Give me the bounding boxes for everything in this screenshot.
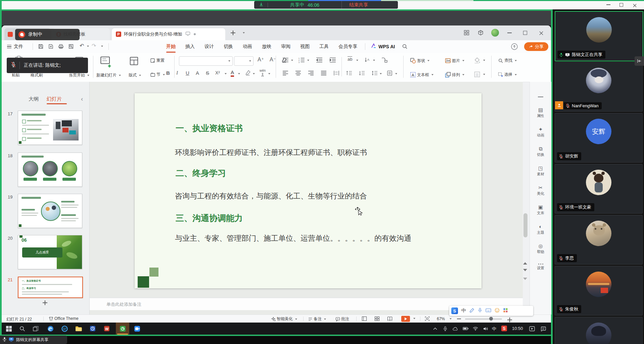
- line-spacing-down-icon[interactable]: [359, 70, 365, 77]
- bold-button[interactable]: B: [166, 70, 170, 75]
- frame-icon[interactable]: [474, 71, 480, 79]
- text-direction-chevron-icon[interactable]: [373, 60, 375, 61]
- bullets-chevron-icon[interactable]: [291, 60, 293, 61]
- increase-font-button[interactable]: A⁺: [258, 57, 264, 62]
- sogou-logo-icon[interactable]: S: [451, 307, 458, 314]
- browser-icon[interactable]: [60, 323, 69, 335]
- superscript-button[interactable]: X²: [215, 70, 220, 75]
- participant-tile-partial[interactable]: [555, 317, 643, 344]
- ime-pen-icon[interactable]: [469, 308, 474, 314]
- undo-icon[interactable]: ↶: [80, 43, 84, 49]
- tray-video-icon[interactable]: [527, 323, 536, 335]
- tab-list-chevron-icon[interactable]: [243, 32, 245, 34]
- sidebar-help[interactable]: ◎帮助: [530, 243, 551, 254]
- section-button[interactable]: 节: [150, 72, 165, 77]
- participant-tile[interactable]: 安辉 胡安辉: [555, 113, 643, 163]
- tab-presentation-active[interactable]: P 环保行业职业分类与介绍-增加: [112, 28, 225, 40]
- wps-minimize-button[interactable]: [507, 33, 512, 33]
- zoom-out-button[interactable]: [457, 319, 461, 319]
- select-button[interactable]: 选择: [498, 72, 517, 77]
- sidebar-collapse-icon[interactable]: [538, 97, 543, 97]
- participant-tile[interactable]: NanFengWan: [555, 62, 643, 112]
- wps-presentation-active-icon[interactable]: [118, 323, 127, 335]
- integration-icon[interactable]: [478, 30, 484, 37]
- taskbar-search-icon[interactable]: [18, 323, 27, 335]
- stop-sharing-button[interactable]: 结束共享: [349, 2, 368, 8]
- decrease-indent-icon[interactable]: [316, 57, 323, 64]
- strikethrough-button[interactable]: S: [206, 70, 209, 75]
- paragraph-settings-chevron-icon[interactable]: [395, 73, 397, 74]
- zoom-slider-track[interactable]: [465, 319, 502, 320]
- italic-button[interactable]: I: [176, 70, 178, 75]
- zoom-level[interactable]: 67%: [437, 317, 445, 321]
- zoom-chevron-icon[interactable]: [450, 318, 452, 320]
- wps-ai-button[interactable]: WPS AI: [371, 40, 395, 53]
- char-distribute-button[interactable]: ab: [348, 56, 352, 62]
- font-size-select[interactable]: [234, 56, 254, 66]
- participant-tile[interactable]: 环境一班文豪: [555, 164, 643, 214]
- sidebar-transition[interactable]: ⧉切换: [530, 146, 551, 157]
- tray-battery-icon[interactable]: [461, 323, 470, 335]
- menu-review[interactable]: 审阅: [280, 44, 291, 50]
- add-slide-button[interactable]: [43, 300, 49, 306]
- menu-home[interactable]: 开始: [166, 44, 176, 50]
- ime-emoji-icon[interactable]: [495, 308, 500, 314]
- slideshow-play-button[interactable]: [401, 316, 410, 322]
- next-slide-button[interactable]: [523, 269, 527, 271]
- taskbar-clock[interactable]: 10:50: [512, 326, 523, 331]
- ime-toolbox-icon[interactable]: [503, 308, 508, 314]
- line-spacing-icon[interactable]: [372, 70, 378, 77]
- play-from-current-button[interactable]: 当页开始: [69, 72, 89, 78]
- tray-expand-icon[interactable]: [431, 323, 440, 335]
- justify-icon[interactable]: [321, 70, 327, 77]
- layout-icon[interactable]: [129, 56, 139, 67]
- comments-button[interactable]: 批注: [335, 316, 349, 322]
- quickbar-chevron-icon[interactable]: [101, 46, 103, 47]
- align-left-icon[interactable]: [282, 70, 288, 77]
- pinyin-guide-button[interactable]: wén: [260, 69, 266, 77]
- slide-thumbnail-18[interactable]: [18, 153, 82, 187]
- line-spacing-up-icon[interactable]: [346, 70, 352, 77]
- wps-close-button[interactable]: [539, 31, 543, 37]
- reset-button[interactable]: 重置: [150, 58, 165, 63]
- text-direction-icon[interactable]: A: [364, 57, 371, 64]
- align-right-icon[interactable]: [308, 70, 314, 77]
- frame-chevron-icon[interactable]: [483, 74, 485, 75]
- paste-label[interactable]: 粘贴: [12, 72, 20, 78]
- monitor-icon[interactable]: [185, 31, 190, 37]
- task-view-icon[interactable]: [31, 323, 40, 335]
- sidebar-animation[interactable]: ✦动画: [530, 127, 551, 138]
- picture-button[interactable]: 图片: [445, 58, 464, 64]
- tray-onedrive-icon[interactable]: [451, 323, 460, 335]
- participant-tile[interactable]: 朱俊秋: [555, 266, 643, 316]
- font-name-select[interactable]: [179, 56, 233, 66]
- menu-tools[interactable]: 工具: [319, 44, 329, 50]
- canvas-scrollbar-thumb[interactable]: [523, 213, 527, 237]
- menu-transition[interactable]: 切换: [223, 44, 234, 50]
- find-button[interactable]: 查找: [498, 58, 517, 63]
- tray-ime-indicator[interactable]: 中: [492, 326, 496, 332]
- convert-smartart-icon[interactable]: [381, 57, 388, 64]
- arrange-button[interactable]: 排列: [445, 72, 464, 78]
- menu-design[interactable]: 设计: [204, 44, 215, 50]
- char-distribute-chevron-icon[interactable]: [356, 60, 358, 61]
- menu-member[interactable]: 会员专享: [338, 44, 358, 50]
- slide-canvas[interactable]: 一、执业资格证书 环境影响评价工程师证书、注册环保工程师证书、职称证书 二、终身…: [135, 93, 481, 288]
- play-chevron-icon[interactable]: [413, 318, 415, 319]
- tray-mic-icon[interactable]: [441, 323, 450, 335]
- increase-indent-icon[interactable]: [329, 57, 336, 64]
- fit-slide-icon[interactable]: [425, 316, 430, 323]
- sidebar-assets[interactable]: ◳素材: [530, 166, 551, 177]
- numbering-icon[interactable]: 123: [298, 57, 305, 64]
- notes-button[interactable]: 备注: [308, 316, 326, 322]
- smart-beautify-button[interactable]: 智能美化: [271, 316, 297, 322]
- meeting-minimize-button[interactable]: [606, 4, 610, 5]
- tray-wifi-icon[interactable]: [471, 323, 480, 335]
- download-icon[interactable]: [259, 2, 264, 8]
- tab-outline[interactable]: 大纲: [29, 96, 39, 102]
- new-tab-button[interactable]: [231, 31, 235, 35]
- meeting-close-button[interactable]: [633, 3, 637, 9]
- fill-chevron-icon[interactable]: [483, 60, 485, 61]
- notification-center-icon[interactable]: [539, 323, 548, 335]
- numbering-chevron-icon[interactable]: [307, 60, 309, 61]
